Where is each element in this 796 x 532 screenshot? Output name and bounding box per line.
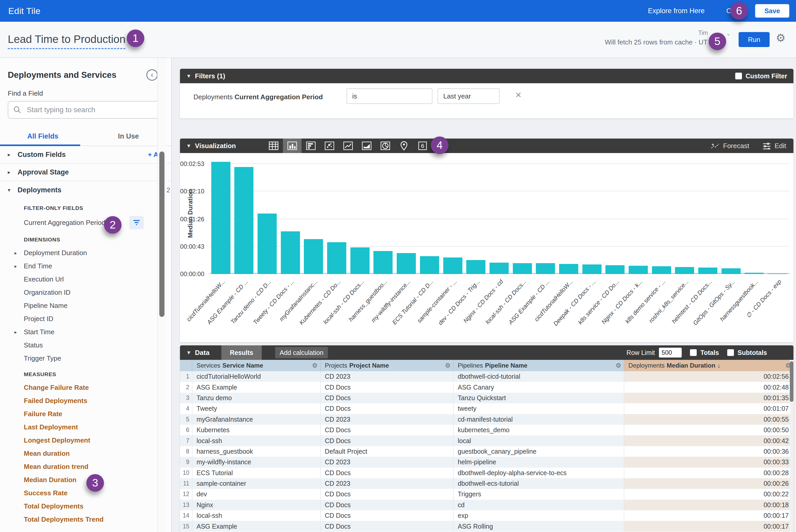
add-calculation-button[interactable]: Add calculation xyxy=(275,347,328,358)
viz-type-map-icon[interactable] xyxy=(395,138,413,153)
table-row[interactable]: 5 myGrafanaInstance CD 2023 cd-manifest-… xyxy=(180,414,793,425)
chart-bar[interactable] xyxy=(513,263,532,274)
explore-from-here-link[interactable]: Explore from Here xyxy=(648,7,704,15)
chart-bar[interactable] xyxy=(722,268,741,274)
viz-type-single-value-icon[interactable]: 6 xyxy=(413,138,432,153)
chart-bar[interactable] xyxy=(397,253,416,274)
dimension-item[interactable]: ▸ End Time xyxy=(0,260,171,273)
viz-type-line-icon[interactable] xyxy=(339,138,357,153)
results-tab[interactable]: Results xyxy=(221,345,262,360)
table-row[interactable]: 7 local-ssh CD Docs local 00:00:42 xyxy=(180,435,793,446)
table-row[interactable]: 12 dev CD Docs Triggers 00:00:22 xyxy=(180,489,793,499)
column-header-service-name[interactable]: ServicesService Name ⚙ xyxy=(192,360,321,371)
chart-bar[interactable] xyxy=(281,231,300,274)
measure-item[interactable]: Mean duration xyxy=(0,447,171,460)
chart-bar[interactable] xyxy=(327,242,346,274)
table-row[interactable]: 8 harness_guestbook Default Project gues… xyxy=(180,446,793,457)
dimension-item[interactable]: Pipeline Name xyxy=(0,299,171,312)
chart-bar[interactable] xyxy=(234,167,254,274)
viz-type-table-icon[interactable] xyxy=(264,138,283,153)
measure-item[interactable]: Failure Rate xyxy=(0,407,171,421)
gear-icon[interactable]: ⚙ xyxy=(312,362,318,369)
table-row[interactable]: 4 Tweety CD Docs tweety 00:01:07 xyxy=(180,403,793,414)
tile-title[interactable]: Lead Time to Production xyxy=(8,33,126,49)
table-scrollbar-thumb[interactable] xyxy=(790,361,793,402)
table-row[interactable]: 11 sample-container CD 2023 dbothwell-ec… xyxy=(180,478,793,489)
table-row[interactable]: 2 ASG Example CD Docs ASG Canary 00:02:4… xyxy=(180,382,793,393)
chart-bar[interactable] xyxy=(744,273,764,274)
viz-type-pie-icon[interactable] xyxy=(376,138,395,153)
sidebar-section-approval-stage[interactable]: ▸ Approval Stage xyxy=(0,164,171,181)
filter-by-field-button[interactable] xyxy=(129,216,144,229)
measure-item[interactable]: Mean duration trend xyxy=(0,460,171,473)
table-row[interactable]: 1 cicdTutorialHelloWorld CD 2023 dbothwe… xyxy=(180,371,793,382)
visualization-panel-header[interactable]: ▼ Visualization 6 ••• Forecast Edit xyxy=(180,138,793,153)
chart-bar[interactable] xyxy=(606,265,625,274)
run-button[interactable]: Run xyxy=(739,32,770,47)
edit-viz-button[interactable]: Edit xyxy=(763,142,786,150)
chart-bar[interactable] xyxy=(582,264,601,274)
column-header-pipeline-name[interactable]: PipelinesPipeline Name ⚙ xyxy=(453,360,624,371)
column-header-project-name[interactable]: ProjectsProject Name ⚙ xyxy=(321,360,453,371)
chart-bar[interactable] xyxy=(652,266,671,274)
filter-operator-select[interactable]: is xyxy=(347,89,432,104)
forecast-button[interactable]: Forecast xyxy=(711,142,749,150)
chart-bar[interactable] xyxy=(675,267,694,274)
row-limit-input[interactable] xyxy=(659,348,682,358)
viz-type-bar-horizontal-icon[interactable] xyxy=(301,138,320,153)
dimension-item[interactable]: Organization ID xyxy=(0,286,171,299)
remove-filter-icon[interactable]: ✕ xyxy=(515,91,522,99)
gear-icon[interactable]: ⚙ xyxy=(445,362,450,369)
measure-item[interactable]: Total Deployments Trend xyxy=(0,513,171,526)
table-row[interactable]: 15 ASG Example CD Docs ASG Rolling 00:00… xyxy=(180,521,793,531)
chart-bar[interactable] xyxy=(559,264,578,274)
totals-checkbox[interactable] xyxy=(690,349,697,356)
sidebar-section-custom-fields[interactable]: ▸ Custom Fields + Add xyxy=(0,146,171,164)
chart-bar[interactable] xyxy=(304,239,323,274)
save-button[interactable]: Save xyxy=(755,4,789,18)
chart-bar[interactable] xyxy=(373,251,393,274)
table-row[interactable]: 10 ECS Tutorial CD Docs dbothwell-deploy… xyxy=(180,468,793,478)
chart-bar[interactable] xyxy=(466,260,485,274)
chart-bar[interactable] xyxy=(489,263,509,274)
sidebar-scrollbar-thumb[interactable] xyxy=(159,151,165,317)
filters-panel-header[interactable]: ▼ Filters (1) Custom Filter xyxy=(180,69,793,83)
table-row[interactable]: 13 Nginx CD Docs cd 00:00:18 xyxy=(180,500,793,510)
measure-item[interactable]: Median Duration xyxy=(0,473,171,487)
field-search-input[interactable] xyxy=(26,105,158,115)
table-row[interactable]: 9 my-wildfly-instance CD 2023 helm-pipel… xyxy=(180,457,793,468)
collapse-sidebar-icon[interactable]: ‹ xyxy=(146,69,158,81)
measure-item[interactable]: Success Rate xyxy=(0,487,171,500)
tab-all-fields[interactable]: All Fields xyxy=(0,131,86,146)
viz-type-area-icon[interactable] xyxy=(357,138,376,153)
subtotals-checkbox[interactable] xyxy=(727,349,734,356)
dimension-item[interactable]: ▸ Deployment Duration xyxy=(0,246,171,260)
chart-bar[interactable] xyxy=(211,162,230,274)
chart-bar[interactable] xyxy=(768,273,787,274)
viz-type-scatter-icon[interactable] xyxy=(320,138,339,153)
field-search-box[interactable] xyxy=(8,101,163,119)
measure-item[interactable]: Failed Deployments xyxy=(0,394,171,407)
table-row[interactable]: 3 Tanzu demo CD Docs Tanzu Quickstart 00… xyxy=(180,393,793,403)
chart-bar[interactable] xyxy=(258,213,277,274)
dimension-item[interactable]: ▸ Start Time xyxy=(0,325,171,339)
measure-item[interactable]: Change Failure Rate xyxy=(0,381,171,394)
viz-type-bar-chart-icon[interactable] xyxy=(283,138,301,153)
filter-value-input[interactable]: Last year xyxy=(438,89,500,104)
custom-filter-checkbox[interactable] xyxy=(735,73,742,79)
dimension-item[interactable]: Execution Url xyxy=(0,273,171,286)
chart-bar[interactable] xyxy=(698,268,717,274)
data-panel-header[interactable]: ▼ Data Results Add calculation Row Limit… xyxy=(180,345,793,360)
gear-icon[interactable]: ⚙ xyxy=(615,362,621,369)
measure-item[interactable]: Last Deployment xyxy=(0,421,171,434)
timezone-dropdown[interactable]: Tim xyxy=(698,30,708,36)
sidebar-section-deployments[interactable]: ▾ Deployments 2 xyxy=(0,181,171,199)
chart-bar[interactable] xyxy=(443,258,462,274)
table-row[interactable]: 14 local-ssh CD Docs exp 00:00:17 xyxy=(180,510,793,521)
dimension-item[interactable]: Project ID xyxy=(0,312,171,325)
chart-bar[interactable] xyxy=(420,256,439,274)
field-current-aggregation-period[interactable]: Current Aggregation Period xyxy=(0,215,171,230)
measure-item[interactable]: Total Deployments xyxy=(0,500,171,513)
measure-item[interactable]: Longest Deployment xyxy=(0,434,171,447)
chart-bar[interactable] xyxy=(536,263,555,274)
